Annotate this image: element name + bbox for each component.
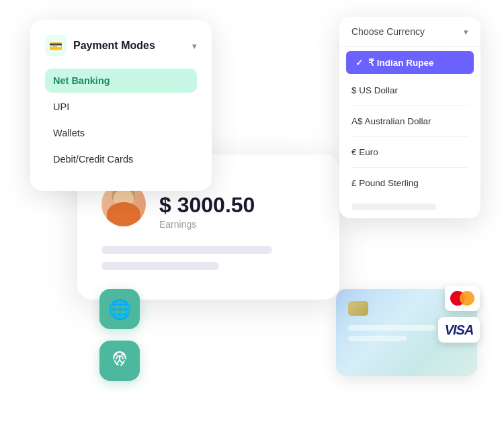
payment-modes-title-wrap: 💳 Payment Modes [45,35,155,56]
payment-item-upi[interactable]: UPI [45,95,197,119]
card-chip [348,301,368,316]
payment-icon: 💳 [45,35,67,56]
currency-chevron-icon[interactable]: ▾ [464,27,468,37]
payment-modes-card: 💳 Payment Modes ▾ Net Banking UPI Wallet… [30,20,212,191]
earnings-amount: $ 3000.50 [159,193,255,218]
visa-text: VISA [445,322,474,338]
currency-gbp-label: £ Pound Sterling [351,178,419,188]
currency-option-gbp[interactable]: £ Pound Sterling [339,171,480,195]
payment-item-wallets[interactable]: Wallets [45,121,197,145]
payment-item-debit-credit[interactable]: Debit/Credit Cards [45,147,197,171]
currency-inr-label: ₹ Indian Rupee [368,57,434,68]
earnings-bar-1 [101,246,272,254]
currency-divider-1 [351,105,468,106]
earnings-bar-2 [101,262,219,270]
currency-usd-label: $ US Dollar [351,85,398,95]
card-name-line [348,336,407,341]
earnings-sublabel: Earnings [159,219,255,230]
currency-placeholder-bar [351,204,436,210]
mastercard-badge [445,285,480,311]
currency-card: Choose Currency ▾ ✓ ₹ Indian Rupee $ US … [339,17,480,218]
currency-divider-2 [351,136,468,137]
payment-card-icon: 💳 [49,40,62,52]
avatar-body [107,202,140,226]
globe-button[interactable]: 🌐 [99,289,140,329]
mastercard-yellow-circle [460,291,474,306]
fingerprint-button[interactable] [99,341,140,381]
currency-eur-label: € Euro [351,147,378,157]
currency-header[interactable]: Choose Currency ▾ [339,17,480,47]
card-number-line [348,325,436,331]
visa-badge: VISA [438,317,480,343]
payment-modes-chevron-icon[interactable]: ▾ [192,41,197,51]
currency-option-eur[interactable]: € Euro [339,140,480,165]
fingerprint-icon [110,349,129,373]
globe-icon: 🌐 [108,298,132,320]
currency-check-icon: ✓ [355,58,363,68]
currency-aud-label: A$ Australian Dollar [351,116,431,126]
payment-modes-header: 💳 Payment Modes ▾ [45,35,197,56]
currency-divider-3 [351,167,468,168]
currency-option-inr[interactable]: ✓ ₹ Indian Rupee [346,51,474,74]
payment-item-net-banking[interactable]: Net Banking [45,69,197,93]
currency-option-usd[interactable]: $ US Dollar [339,78,480,103]
currency-option-aud[interactable]: A$ Australian Dollar [339,109,480,134]
payment-modes-title: Payment Modes [73,40,155,52]
currency-header-label: Choose Currency [351,26,425,37]
